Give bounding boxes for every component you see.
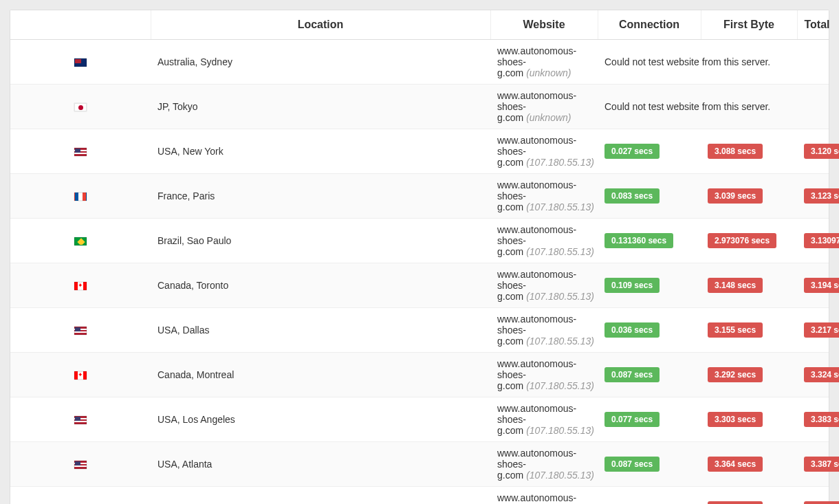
flag-cell: [10, 219, 151, 263]
website-ip: (107.180.55.13): [526, 470, 594, 481]
location-cell: India, Bangalore: [151, 487, 490, 505]
total-cell: 3.130970 secs: [797, 219, 829, 263]
connection-badge: 0.027 secs: [604, 144, 660, 159]
website-ip: (107.180.55.13): [526, 336, 594, 347]
website-ip: (unknown): [526, 67, 571, 78]
col-location[interactable]: Location: [151, 10, 490, 40]
connection-cell: 0.077 secs: [598, 397, 701, 442]
connection-cell: 0.087 secs: [598, 442, 701, 487]
connection-cell: 0.036 secs: [598, 308, 701, 353]
website-cell: www.autonomous-shoes-g.com(107.180.55.13…: [490, 397, 598, 442]
website-ip: (107.180.55.13): [526, 246, 594, 257]
table-row: India, Bangalorewww.autonomous-shoes-g.c…: [10, 487, 829, 505]
first-byte-cell: 3.039 secs: [701, 174, 797, 219]
first-byte-badge: 3.364 secs: [708, 457, 763, 472]
flag-cell: [10, 397, 151, 442]
website-cell: www.autonomous-shoes-g.com(unknown): [490, 40, 598, 85]
website-ip: (107.180.55.13): [526, 380, 594, 391]
website-cell: www.autonomous-shoes-g.com(107.180.55.13…: [490, 174, 598, 219]
connection-badge: 0.083 secs: [604, 188, 660, 204]
col-connection[interactable]: Connection: [598, 10, 701, 40]
website-ip: (107.180.55.13): [526, 201, 594, 212]
total-cell: 3.387 secs: [797, 442, 829, 487]
website-ip: (107.180.55.13): [526, 157, 594, 168]
flag-icon: [74, 416, 87, 424]
error-cell: Could not test website from this server.: [598, 85, 829, 129]
first-byte-badge: 3.088 secs: [708, 144, 763, 159]
table-header-row: Location Website Connection First Byte T…: [10, 10, 829, 40]
table-row: JP, Tokyowww.autonomous-shoes-g.com(unkn…: [10, 85, 829, 129]
first-byte-badge: 3.222 secs: [708, 501, 763, 504]
connection-cell: 0.279 secs: [598, 487, 701, 505]
first-byte-cell: 3.088 secs: [701, 129, 797, 174]
table-row: Brazil, Sao Paulowww.autonomous-shoes-g.…: [10, 219, 829, 263]
website-ip: (107.180.55.13): [526, 425, 594, 436]
flag-cell: [10, 129, 151, 174]
website-cell: www.autonomous-shoes-g.com(unknown): [490, 85, 598, 129]
col-website[interactable]: Website: [490, 10, 598, 40]
connection-badge: 0.109 secs: [604, 278, 660, 293]
flag-cell: [10, 487, 151, 505]
total-cell: 3.445 secs: [797, 487, 829, 505]
total-cell: 3.194 secs: [797, 263, 829, 308]
total-badge: 3.120 secs: [804, 144, 839, 159]
total-cell: 3.123 secs: [797, 174, 829, 219]
flag-cell: [10, 174, 151, 219]
connection-badge: 0.087 secs: [604, 457, 660, 472]
total-badge: 3.123 secs: [804, 188, 839, 204]
location-cell: JP, Tokyo: [151, 85, 490, 129]
flag-cell: [10, 353, 151, 397]
location-cell: USA, Atlanta: [151, 442, 490, 487]
website-ip: (107.180.55.13): [526, 291, 594, 302]
total-cell: 3.324 secs: [797, 353, 829, 397]
location-cell: Australia, Sydney: [151, 40, 490, 85]
connection-cell: 0.109 secs: [598, 263, 701, 308]
flag-cell: [10, 85, 151, 129]
connection-cell: 0.027 secs: [598, 129, 701, 174]
table-row: France, Pariswww.autonomous-shoes-g.com(…: [10, 174, 829, 219]
website-ip: (unknown): [526, 112, 571, 123]
first-byte-badge: 2.973076 secs: [708, 233, 776, 248]
location-cell: Canada, Toronto: [151, 263, 490, 308]
website-cell: www.autonomous-shoes-g.com(107.180.55.13…: [490, 308, 598, 353]
first-byte-cell: 3.303 secs: [701, 397, 797, 442]
location-cell: USA, New York: [151, 129, 490, 174]
table-row: USA, New Yorkwww.autonomous-shoes-g.com(…: [10, 129, 829, 174]
connection-badge: 0.036 secs: [604, 322, 660, 338]
first-byte-badge: 3.039 secs: [708, 188, 763, 204]
connection-cell: 0.131360 secs: [598, 219, 701, 263]
first-byte-cell: 3.292 secs: [701, 353, 797, 397]
flag-icon: [74, 282, 87, 290]
col-first-byte[interactable]: First Byte: [701, 10, 797, 40]
connection-cell: 0.087 secs: [598, 353, 701, 397]
first-byte-cell: 3.155 secs: [701, 308, 797, 353]
latency-results-table: Location Website Connection First Byte T…: [10, 10, 829, 504]
connection-badge: 0.077 secs: [604, 412, 660, 427]
col-total[interactable]: Total: [797, 10, 829, 40]
first-byte-badge: 3.148 secs: [708, 278, 763, 293]
location-cell: Brazil, Sao Paulo: [151, 219, 490, 263]
total-cell: 3.120 secs: [797, 129, 829, 174]
total-badge: 3.387 secs: [804, 457, 839, 472]
first-byte-cell: 3.148 secs: [701, 263, 797, 308]
table-row: Canada, Montrealwww.autonomous-shoes-g.c…: [10, 353, 829, 397]
first-byte-cell: 2.973076 secs: [701, 219, 797, 263]
flag-icon: [74, 103, 87, 111]
website-cell: www.autonomous-shoes-g.com(107.180.55.13…: [490, 219, 598, 263]
total-badge: 3.194 secs: [804, 278, 839, 293]
total-badge: 3.383 secs: [804, 412, 839, 427]
flag-icon: [74, 193, 87, 201]
total-cell: 3.383 secs: [797, 397, 829, 442]
total-badge: 3.217 secs: [804, 322, 839, 338]
flag-cell: [10, 263, 151, 308]
location-cell: Canada, Montreal: [151, 353, 490, 397]
total-badge: 3.324 secs: [804, 367, 839, 382]
flag-icon: [74, 371, 87, 380]
total-badge: 3.130970 secs: [804, 233, 839, 248]
connection-badge: 0.131360 secs: [604, 233, 673, 248]
table-row: Australia, Sydneywww.autonomous-shoes-g.…: [10, 40, 829, 85]
first-byte-badge: 3.292 secs: [708, 367, 763, 382]
connection-badge: 0.087 secs: [604, 367, 660, 382]
location-cell: USA, Dallas: [151, 308, 490, 353]
col-flag: [10, 10, 151, 40]
